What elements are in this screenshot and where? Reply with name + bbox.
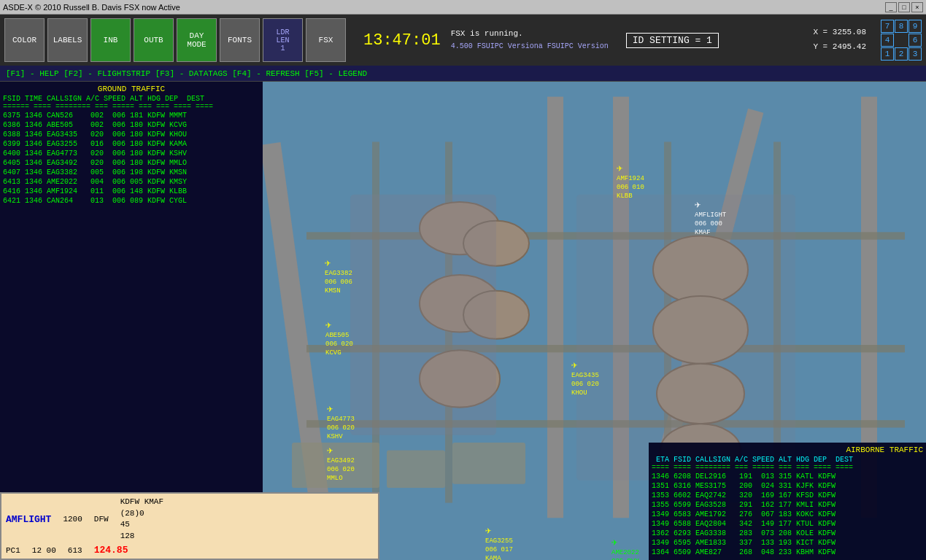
- svg-rect-26: [452, 443, 525, 484]
- minimize-button[interactable]: _: [885, 2, 897, 12]
- ground-traffic-divider: ====== ==== ======== === ===== === === =…: [3, 103, 260, 111]
- color-button[interactable]: COLOR: [4, 18, 45, 62]
- ground-traffic-header: FSID TIME CALLSIGN A/C SPEED ALT HDG DEP…: [3, 95, 260, 103]
- clock-area: 13:47:01: [363, 31, 441, 50]
- fsx-button[interactable]: FSX: [306, 18, 346, 62]
- ground-row-1[interactable]: 6386 1346 ABE505 002 006 180 KDFW KCVG: [3, 120, 260, 130]
- strip-alt: 613: [68, 546, 82, 555]
- ldr-len-button[interactable]: LDR LEN 1: [263, 18, 303, 62]
- airborne-row-4[interactable]: 1349 6583 AME1792 276 067 183 KOKC KDFW: [652, 510, 923, 519]
- strip-callsign: AMFLIGHT: [6, 514, 51, 525]
- aircraft-EAG3255[interactable]: ✈EAG3255006 017KAMA: [485, 524, 513, 560]
- airborne-row-0[interactable]: 1346 6208 DEL2916 191 013 315 KATL KDFW: [652, 472, 923, 481]
- clock-display: 13:47:01: [363, 31, 441, 50]
- number-pad: 78946123: [881, 20, 922, 61]
- aircraft-AMFLIGHT[interactable]: ✈AMFLIGHT006 000KMAF: [695, 198, 726, 237]
- ground-row-0[interactable]: 6375 1346 CAN526 002 006 181 KDFW MMMT: [3, 111, 260, 120]
- ground-traffic-title: GROUND TRAFFIC: [3, 85, 260, 93]
- maximize-button[interactable]: □: [898, 2, 910, 12]
- ground-row-9[interactable]: 6421 1346 CAN264 013 006 089 KDFW CYGL: [3, 196, 260, 206]
- day-mode-button[interactable]: DAY MODE: [177, 18, 217, 62]
- x-coord: X = 3255.08: [813, 26, 866, 40]
- numpad-cell-1-2[interactable]: 6: [908, 34, 922, 47]
- airborne-row-7[interactable]: 1349 6595 AME1833 337 133 193 KICT KDFW: [652, 538, 923, 548]
- aircraft-AME2022[interactable]: ✈AME2022035 BVY: [611, 536, 639, 560]
- strip-airport: DFW: [94, 515, 109, 524]
- numpad-cell-2-2[interactable]: 3: [908, 47, 922, 61]
- numpad-cell-2-1[interactable]: 2: [895, 47, 908, 61]
- strip-time: 12 00: [32, 546, 56, 555]
- ground-row-6[interactable]: 6407 1346 EAG3382 005 006 198 KDFW KMSN: [3, 168, 260, 177]
- shortcut-text: [F1] - HELP [F2] - FLIGHTSTRIP [F3] - DA…: [6, 69, 367, 78]
- strip-pc: PC1: [6, 546, 20, 555]
- outb-button[interactable]: OUTB: [134, 18, 174, 62]
- airborne-title: AIRBORNE TRAFFIC: [652, 446, 923, 454]
- aircraft-EAG3435[interactable]: ✈EAG3435006 020KHOU: [571, 359, 599, 397]
- aircraft-EAG3382[interactable]: ✈EAG3382006 006KMSN: [325, 257, 352, 295]
- aircraft-ABE505[interactable]: ✈ABE505006 020KCVG: [325, 319, 353, 357]
- airborne-rows: 1346 6208 DEL2916 191 013 315 KATL KDFW1…: [652, 472, 923, 557]
- ground-traffic-rows: 6375 1346 CAN526 002 006 181 KDFW MMMT63…: [3, 111, 260, 206]
- title-bar-controls[interactable]: _ □ ×: [885, 2, 923, 12]
- airborne-row-2[interactable]: 1353 6602 EAQ2742 320 169 167 KFSD KDFW: [652, 491, 923, 500]
- svg-rect-23: [576, 195, 795, 481]
- labels-button[interactable]: LABELS: [47, 18, 88, 62]
- ground-row-4[interactable]: 6400 1346 EAG4773 020 006 180 KDFW KSHV: [3, 149, 260, 158]
- aircraft-AMF1924[interactable]: ✈AMF1924006 010KLBB: [617, 162, 644, 201]
- ground-row-5[interactable]: 6405 1346 EAG3492 020 006 180 KDFW MMLO: [3, 158, 260, 168]
- title-bar: ASDE-X © 2010 Russell B. Davis FSX now A…: [0, 0, 926, 15]
- strip-route: KDFW KMAF (28)0 45 128: [120, 497, 163, 542]
- status-line2: 4.500 FSUIPC Versiona FSUIPC Version: [451, 41, 609, 52]
- strip-top: AMFLIGHT 1200 DFW KDFW KMAF (28)0 45 128: [6, 497, 374, 542]
- svg-rect-2: [547, 97, 563, 518]
- coords-area: X = 3255.08 Y = 2495.42: [813, 26, 866, 55]
- svg-rect-25: [387, 450, 445, 488]
- strip-squawk: 1200: [63, 515, 82, 524]
- ground-row-2[interactable]: 6388 1346 EAG3435 020 006 180 KDFW KHOU: [3, 130, 260, 139]
- airborne-row-8[interactable]: 1364 6509 AME827 268 048 233 KBHM KDFW: [652, 548, 923, 557]
- shortcut-bar: [F1] - HELP [F2] - FLIGHTSTRIP [F3] - DA…: [0, 66, 926, 82]
- ground-traffic-panel: GROUND TRAFFIC FSID TIME CALLSIGN A/C SP…: [0, 82, 263, 560]
- numpad-cell-0-0[interactable]: 7: [881, 20, 894, 33]
- title-bar-text: ASDE-X © 2010 Russell B. Davis FSX now A…: [3, 3, 180, 12]
- numpad-cell-1-0[interactable]: 4: [881, 34, 894, 47]
- airborne-row-5[interactable]: 1349 6588 EAQ2804 342 149 177 KTUL KDFW: [652, 519, 923, 529]
- strip-bottom: PC1 12 00 613 124.85: [6, 545, 374, 556]
- id-setting: ID SETTING = 1: [626, 33, 719, 48]
- numpad-cell-0-1[interactable]: 8: [895, 20, 908, 33]
- numpad-cell-0-2[interactable]: 9: [908, 20, 922, 33]
- ground-row-7[interactable]: 6413 1346 AME2022 004 006 005 KDFW KMSY: [3, 177, 260, 187]
- airborne-header: ETA FSID CALLSIGN A/C SPEED ALT HDG DEP …: [652, 456, 923, 464]
- status-area: FSX is running. 4.500 FSUIPC Versiona FS…: [451, 28, 609, 52]
- numpad-cell-1-1[interactable]: [895, 34, 908, 47]
- airborne-row-1[interactable]: 1351 6316 MES3175 200 024 331 KJFK KDFW: [652, 481, 923, 491]
- close-button[interactable]: ×: [911, 2, 923, 12]
- ground-row-8[interactable]: 6416 1346 AMF1924 011 006 148 KDFW KLBB: [3, 187, 260, 196]
- aircraft-EAG3492[interactable]: ✈EAG3492006 020MMLO: [327, 444, 355, 483]
- airborne-row-3[interactable]: 1355 6599 EAG3528 291 162 177 KMLI KDFW: [652, 500, 923, 510]
- ground-row-3[interactable]: 6399 1346 EAG3255 016 006 180 KDFW KAMA: [3, 139, 260, 149]
- aircraft-EAG4773[interactable]: ✈EAG4773006 020KSHV: [327, 402, 355, 441]
- menu-bar: COLOR LABELS INB OUTB DAY MODE FONTS LDR…: [0, 15, 926, 66]
- numpad-cell-2-0[interactable]: 1: [881, 47, 894, 61]
- airborne-traffic-panel: AIRBORNE TRAFFIC ETA FSID CALLSIGN A/C S…: [649, 443, 926, 560]
- inb-button[interactable]: INB: [90, 18, 131, 62]
- status-line1: FSX is running.: [451, 28, 609, 41]
- main-area: GROUND TRAFFIC FSID TIME CALLSIGN A/C SP…: [0, 82, 926, 560]
- fonts-button[interactable]: FONTS: [220, 18, 260, 62]
- airborne-row-6[interactable]: 1362 6293 EAG3338 283 073 208 KOLE KDFW: [652, 529, 923, 538]
- svg-rect-22: [350, 195, 496, 435]
- flight-strip: AMFLIGHT 1200 DFW KDFW KMAF (28)0 45 128…: [0, 492, 379, 560]
- airborne-divider: ==== ==== ======== === ===== === === ===…: [652, 464, 923, 472]
- y-coord: Y = 2495.42: [813, 40, 866, 55]
- strip-freq: 124.85: [94, 545, 128, 556]
